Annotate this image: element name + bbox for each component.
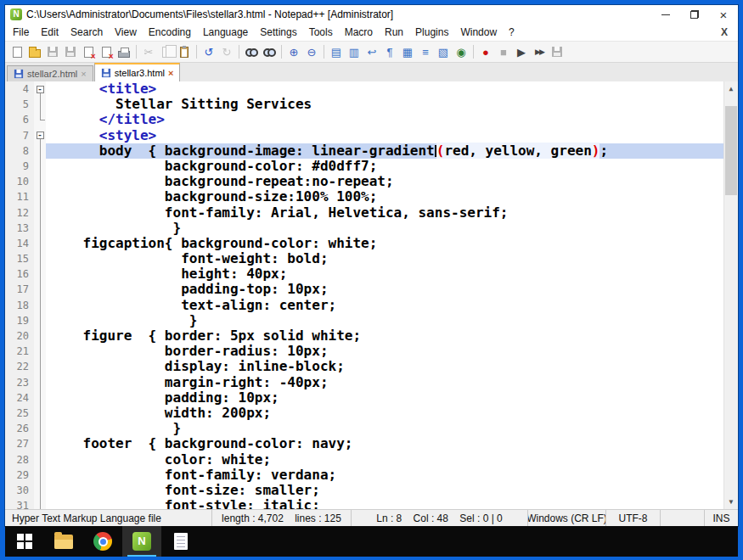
find-icon[interactable] bbox=[243, 43, 260, 60]
taskbar-item-notepad-plus-plus[interactable]: N bbox=[122, 526, 161, 557]
playback-macro-icon[interactable]: ▶ bbox=[513, 43, 530, 60]
code-line[interactable]: display: inline-block; bbox=[46, 359, 738, 374]
save-recorded-macro-icon[interactable] bbox=[549, 43, 566, 60]
record-macro-icon[interactable]: ● bbox=[477, 43, 494, 60]
menu-item-run[interactable]: Run bbox=[379, 25, 409, 40]
scrollbar-track[interactable] bbox=[724, 96, 738, 495]
stop-recording-icon[interactable]: ■ bbox=[495, 43, 512, 60]
menu-item-help[interactable]: ? bbox=[503, 25, 521, 40]
document-map-icon[interactable]: ▧ bbox=[435, 43, 452, 60]
status-eol-format[interactable]: Windows (CR LF) bbox=[528, 510, 606, 526]
editor[interactable]: 4- <title>5 Stellar Sitting Services6 </… bbox=[5, 81, 738, 509]
code-line[interactable]: width: 200px; bbox=[46, 406, 738, 421]
fold-collapse-icon[interactable]: - bbox=[37, 132, 44, 139]
code-line[interactable]: <style> bbox=[46, 128, 738, 143]
tab-stellar3-html[interactable]: stellar3.html× bbox=[94, 63, 181, 81]
menu-item-encoding[interactable]: Encoding bbox=[143, 25, 197, 40]
cut-icon[interactable]: ✂ bbox=[140, 43, 157, 60]
fold-collapse-icon[interactable]: - bbox=[37, 86, 44, 93]
code-line[interactable]: font-style: italic; bbox=[46, 498, 738, 509]
code-line[interactable]: font-family: Arial, Helvetica, sans-seri… bbox=[46, 205, 738, 221]
code-line[interactable]: body { background-image: linear-gradient… bbox=[46, 143, 738, 159]
code-line[interactable]: background-size:100% 100%; bbox=[46, 189, 738, 204]
save-file-icon[interactable] bbox=[44, 43, 61, 60]
taskbar-item-start[interactable] bbox=[5, 526, 44, 557]
code-line[interactable]: border-radius: 10px; bbox=[46, 344, 738, 359]
code-line[interactable]: footer { background-color: navy; bbox=[46, 436, 738, 451]
menu-item-view[interactable]: View bbox=[109, 25, 143, 40]
scroll-down-arrow-icon[interactable]: ▼ bbox=[724, 495, 738, 509]
zoom-in-icon[interactable]: ⊕ bbox=[285, 43, 302, 60]
code-line[interactable]: <title> bbox=[46, 81, 738, 97]
menu-item-plugins[interactable]: Plugins bbox=[409, 25, 454, 40]
close-button[interactable]: × bbox=[709, 5, 738, 24]
code-line[interactable]: figure { border: 5px solid white; bbox=[46, 328, 738, 344]
scroll-up-arrow-icon[interactable]: ▲ bbox=[724, 81, 738, 96]
status-encoding[interactable]: UTF-8 bbox=[606, 510, 661, 526]
redo-icon[interactable]: ↻ bbox=[218, 43, 235, 60]
copy-icon[interactable] bbox=[158, 43, 175, 60]
zoom-out-icon[interactable]: ⊖ bbox=[303, 43, 320, 60]
code-line[interactable]: text-align: center; bbox=[46, 298, 738, 313]
code-line[interactable]: font-weight: bold; bbox=[46, 251, 738, 266]
replace-icon[interactable] bbox=[261, 43, 278, 60]
vertical-scrollbar[interactable]: ▲ ▼ bbox=[723, 81, 738, 509]
code-line[interactable]: padding-top: 10px; bbox=[46, 282, 738, 297]
save-all-icon[interactable] bbox=[62, 43, 79, 60]
menu-item-edit[interactable]: Edit bbox=[35, 25, 65, 40]
minimize-button[interactable] bbox=[651, 5, 680, 24]
paste-icon[interactable] bbox=[176, 43, 193, 60]
status-bar: Hyper Text Markup Language file length :… bbox=[5, 509, 738, 526]
menu-bar-close-document-button[interactable]: X bbox=[711, 26, 738, 38]
title-bar[interactable]: N C:\Users\Administrator\Documents\Files… bbox=[5, 5, 738, 24]
scrollbar-thumb[interactable] bbox=[725, 106, 737, 195]
code-line[interactable]: } bbox=[46, 421, 738, 436]
menu-item-search[interactable]: Search bbox=[65, 25, 109, 40]
fold-margin-cell[interactable]: - bbox=[34, 81, 46, 97]
close-file-icon[interactable] bbox=[80, 43, 97, 60]
code-line[interactable]: } bbox=[46, 313, 738, 328]
menu-item-language[interactable]: Language bbox=[197, 25, 254, 40]
sync-horizontal-scrolling-icon[interactable]: ▥ bbox=[346, 43, 363, 60]
code-line[interactable]: font-family: verdana; bbox=[46, 468, 738, 483]
taskbar-item-chrome[interactable] bbox=[83, 526, 122, 557]
open-file-icon[interactable] bbox=[26, 43, 43, 60]
taskbar-item-file-explorer[interactable] bbox=[44, 526, 83, 557]
tab-close-icon[interactable]: × bbox=[81, 69, 86, 79]
new-file-icon[interactable] bbox=[8, 43, 25, 60]
code-line[interactable]: </title> bbox=[46, 112, 738, 127]
fold-margin-cell[interactable]: - bbox=[34, 128, 46, 143]
menu-item-window[interactable]: Window bbox=[454, 25, 503, 40]
code-line[interactable]: font-size: smaller; bbox=[46, 483, 738, 498]
code-line[interactable]: background-repeat:no-repeat; bbox=[46, 174, 738, 189]
menu-item-macro[interactable]: Macro bbox=[339, 25, 379, 40]
code-line[interactable]: padding: 10px; bbox=[46, 390, 738, 406]
menu-item-settings[interactable]: Settings bbox=[254, 25, 302, 40]
sync-vertical-scrolling-icon[interactable]: ▤ bbox=[328, 43, 345, 60]
taskbar-item-document[interactable] bbox=[161, 526, 200, 557]
tab-close-icon[interactable]: × bbox=[168, 68, 173, 78]
monitoring-icon[interactable]: ◉ bbox=[453, 43, 470, 60]
code-line[interactable]: height: 40px; bbox=[46, 266, 738, 282]
code-line[interactable]: } bbox=[46, 221, 738, 236]
print-icon[interactable] bbox=[115, 43, 132, 60]
code-line-row: 21 border-radius: 10px; bbox=[5, 344, 738, 359]
code-line[interactable]: color: white; bbox=[46, 452, 738, 468]
status-insert-mode[interactable]: INS bbox=[704, 510, 738, 526]
code-line[interactable]: margin-right: -40px; bbox=[46, 375, 738, 390]
code-line-row: 11 background-size:100% 100%; bbox=[5, 189, 738, 204]
word-wrap-icon[interactable]: ↩ bbox=[363, 43, 380, 60]
show-all-characters-icon[interactable]: ¶ bbox=[381, 43, 398, 60]
function-list-icon[interactable]: ≡ bbox=[417, 43, 434, 60]
tab-stellar2-html[interactable]: stellar2.html× bbox=[7, 65, 93, 81]
undo-icon[interactable]: ↺ bbox=[200, 43, 217, 60]
show-indent-guide-icon[interactable]: ▦ bbox=[399, 43, 416, 60]
restore-button[interactable] bbox=[680, 5, 709, 24]
close-all-icon[interactable] bbox=[98, 43, 115, 60]
menu-item-file[interactable]: File bbox=[7, 25, 35, 40]
code-line[interactable]: Stellar Sitting Services bbox=[46, 97, 738, 112]
menu-item-tools[interactable]: Tools bbox=[303, 25, 339, 40]
code-line[interactable]: figcaption{ background-color: white; bbox=[46, 236, 738, 251]
run-macro-multiple-times-icon[interactable]: ▶▶ bbox=[531, 43, 548, 60]
code-line[interactable]: background-color: #d0dff7; bbox=[46, 159, 738, 174]
